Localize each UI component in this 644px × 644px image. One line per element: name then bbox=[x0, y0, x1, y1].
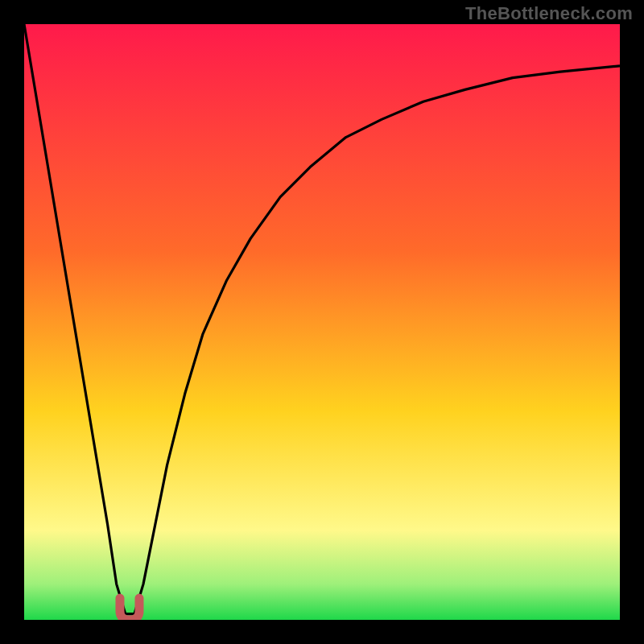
plot-area bbox=[24, 24, 620, 620]
chart-frame: TheBottleneck.com bbox=[0, 0, 644, 644]
chart-svg bbox=[24, 24, 620, 620]
gradient-background bbox=[24, 24, 620, 620]
watermark-text: TheBottleneck.com bbox=[465, 3, 633, 24]
